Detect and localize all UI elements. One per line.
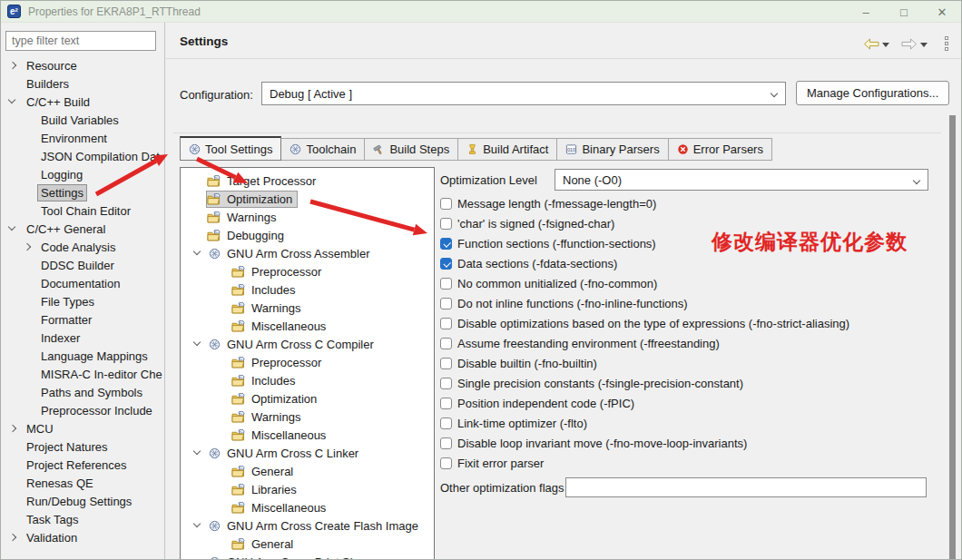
sidebar-item-resource[interactable]: Resource xyxy=(1,56,164,74)
checkbox-disable-loop-invariant-move-fno-move-loop-invariants[interactable]: Disable loop invariant move (-fno-move-l… xyxy=(440,433,932,453)
checkbox-box[interactable] xyxy=(440,457,452,469)
checkbox-box[interactable] xyxy=(440,437,452,449)
chevron-down-icon[interactable] xyxy=(6,222,19,235)
tool-tree-item-gnu-arm-cross-assembler[interactable]: GNU Arm Cross Assembler xyxy=(181,244,434,262)
checkbox-data-sections-fdata-sections[interactable]: Data sections (-fdata-sections) xyxy=(440,253,932,273)
chevron-down-icon[interactable] xyxy=(191,447,204,459)
tool-tree-item-general[interactable]: General xyxy=(181,462,434,480)
checkbox-disable-optimizations-based-on-the-type-of-expressions-fno-strict-aliasing[interactable]: Disable optimizations based on the type … xyxy=(440,313,932,333)
sidebar-item-preprocessor-include[interactable]: Preprocessor Include xyxy=(1,401,164,419)
tab-build-steps[interactable]: Build Steps xyxy=(365,138,458,161)
tab-build-artifact[interactable]: Build Artifact xyxy=(458,138,557,161)
sidebar-item-json-compilation-dat[interactable]: JSON Compilation Dat xyxy=(1,147,164,165)
sidebar-item-code-analysis[interactable]: Code Analysis xyxy=(1,238,164,256)
tool-tree-item-general[interactable]: General xyxy=(181,535,434,553)
tool-tree-item-gnu-arm-cross-c-linker[interactable]: GNU Arm Cross C Linker xyxy=(181,444,434,462)
tool-tree-item-target-processor[interactable]: Target Processor xyxy=(181,172,434,190)
sidebar-item-project-natures[interactable]: Project Natures xyxy=(1,437,164,456)
checkbox-fixit-error-parser[interactable]: Fixit error parser xyxy=(440,453,932,473)
back-dropdown-icon[interactable] xyxy=(882,43,889,47)
checkbox-box[interactable] xyxy=(440,318,452,329)
sidebar-item-settings[interactable]: Settings xyxy=(1,183,164,201)
sidebar-item-renesas-qe[interactable]: Renesas QE xyxy=(1,474,164,492)
checkbox-disable-builtin-fno-builtin[interactable]: Disable builtin (-fno-builtin) xyxy=(440,353,932,373)
checkbox-box[interactable] xyxy=(440,258,452,270)
sidebar-item-formatter[interactable]: Formatter xyxy=(1,310,164,329)
tool-tree-item-includes[interactable]: Includes xyxy=(181,280,434,299)
tool-tree-item-miscellaneous[interactable]: Miscellaneous xyxy=(181,317,434,335)
sidebar-item-build-variables[interactable]: Build Variables xyxy=(1,111,164,129)
maximize-button[interactable]: □ xyxy=(885,1,923,23)
checkbox-no-common-unitialized-fno-common[interactable]: No common unitialized (-fno-common) xyxy=(440,273,932,293)
checkbox-box[interactable] xyxy=(440,418,452,429)
sidebar-item-task-tags[interactable]: Task Tags xyxy=(1,510,164,528)
checkbox-message-length-fmessage-length-0[interactable]: Message length (-fmessage-length=0) xyxy=(440,193,932,213)
tool-tree-item-miscellaneous[interactable]: Miscellaneous xyxy=(181,498,434,516)
tool-tree-item-libraries[interactable]: Libraries xyxy=(181,480,434,498)
optimization-level-select[interactable]: None (-O0) xyxy=(555,169,928,191)
close-button[interactable]: ✕ xyxy=(923,1,961,23)
sidebar-item-misra-c-in-editor-che[interactable]: MISRA-C In-editor Che xyxy=(1,365,164,383)
checkbox-position-independent-code-fpic[interactable]: Position independent code (-fPIC) xyxy=(440,393,932,413)
vertical-scrollbar[interactable] xyxy=(949,115,956,560)
chevron-down-icon[interactable] xyxy=(191,519,204,532)
forward-dropdown-icon[interactable] xyxy=(920,43,928,47)
chevron-down-icon[interactable] xyxy=(191,247,204,260)
forward-icon[interactable] xyxy=(901,38,918,50)
sidebar-item-mcu[interactable]: MCU xyxy=(1,419,164,437)
sidebar-item-paths-and-symbols[interactable]: Paths and Symbols xyxy=(1,383,164,401)
tool-tree-item-preprocessor[interactable]: Preprocessor xyxy=(181,353,434,371)
chevron-right-icon[interactable] xyxy=(6,531,19,544)
back-icon[interactable] xyxy=(863,38,879,50)
filter-input[interactable] xyxy=(5,31,156,51)
sidebar-item-indexer[interactable]: Indexer xyxy=(1,329,164,347)
view-menu-icon[interactable] xyxy=(945,36,948,51)
checkbox-box[interactable] xyxy=(440,338,452,349)
sidebar-item-builders[interactable]: Builders xyxy=(1,74,164,93)
checkbox-assume-freestanding-environment-ffreestanding[interactable]: Assume freestanding environment (-ffrees… xyxy=(440,333,932,353)
chevron-down-icon[interactable] xyxy=(191,338,204,350)
minimize-button[interactable]: – xyxy=(847,1,885,23)
checkbox-box[interactable] xyxy=(440,198,452,210)
tool-tree-item-optimization[interactable]: Optimization xyxy=(181,389,434,408)
tool-tree-item-optimization[interactable]: Optimization xyxy=(181,190,434,208)
sidebar-item-logging[interactable]: Logging xyxy=(1,165,164,183)
sidebar-item-c-c-build[interactable]: C/C++ Build xyxy=(1,93,164,111)
sidebar-item-ddsc-builder[interactable]: DDSC Builder xyxy=(1,256,164,274)
chevron-right-icon[interactable] xyxy=(6,59,19,72)
checkbox-box[interactable] xyxy=(440,398,452,409)
tool-tree-item-warnings[interactable]: Warnings xyxy=(181,408,434,426)
tab-binary-parsers[interactable]: 010Binary Parsers xyxy=(557,138,668,161)
sidebar-item-documentation[interactable]: Documentation xyxy=(1,274,164,292)
sidebar-item-tool-chain-editor[interactable]: Tool Chain Editor xyxy=(1,201,164,220)
tool-tree-item-includes[interactable]: Includes xyxy=(181,371,434,389)
sidebar-item-project-references[interactable]: Project References xyxy=(1,456,164,474)
tool-tree-item-gnu-arm-cross-c-compiler[interactable]: GNU Arm Cross C Compiler xyxy=(181,335,434,353)
sidebar-item-language-mappings[interactable]: Language Mappings xyxy=(1,347,164,365)
sidebar-item-file-types[interactable]: File Types xyxy=(1,292,164,310)
checkbox-box[interactable] xyxy=(440,278,452,290)
sidebar-item-validation[interactable]: Validation xyxy=(1,528,164,546)
chevron-right-icon[interactable] xyxy=(21,241,34,253)
checkbox-link-time-optimizer-flto[interactable]: Link-time optimizer (-flto) xyxy=(440,413,932,433)
chevron-right-icon[interactable] xyxy=(6,422,19,435)
sidebar-item-run-debug-settings[interactable]: Run/Debug Settings xyxy=(1,492,164,510)
tab-toolchain[interactable]: Toolchain xyxy=(281,138,365,161)
chevron-down-icon[interactable] xyxy=(6,95,19,108)
tool-tree-item-warnings[interactable]: Warnings xyxy=(181,208,434,226)
checkbox-box[interactable] xyxy=(440,358,452,369)
tool-tree-item-warnings[interactable]: Warnings xyxy=(181,299,434,317)
configuration-select[interactable]: Debug [ Active ] xyxy=(261,82,786,105)
tab-error-parsers[interactable]: Error Parsers xyxy=(669,138,772,161)
checkbox-box[interactable] xyxy=(440,378,452,389)
tool-tree-item-debugging[interactable]: Debugging xyxy=(181,226,434,244)
manage-configurations-button[interactable]: Manage Configurations... xyxy=(796,81,949,105)
other-optimization-flags-input[interactable] xyxy=(565,477,927,497)
chevron-down-icon[interactable] xyxy=(191,555,204,560)
checkbox-do-not-inline-functions-fno-inline-functions[interactable]: Do not inline functions (-fno-inline-fun… xyxy=(440,293,932,313)
sidebar-item-c-c-general[interactable]: C/C++ General xyxy=(1,220,164,238)
checkbox-box[interactable] xyxy=(440,298,452,309)
tab-tool-settings[interactable]: Tool Settings xyxy=(180,136,281,161)
checkbox-single-precision-constants-fsingle-precision-constant[interactable]: Single precision constants (-fsingle-pre… xyxy=(440,373,932,393)
sidebar-item-environment[interactable]: Environment xyxy=(1,129,164,147)
